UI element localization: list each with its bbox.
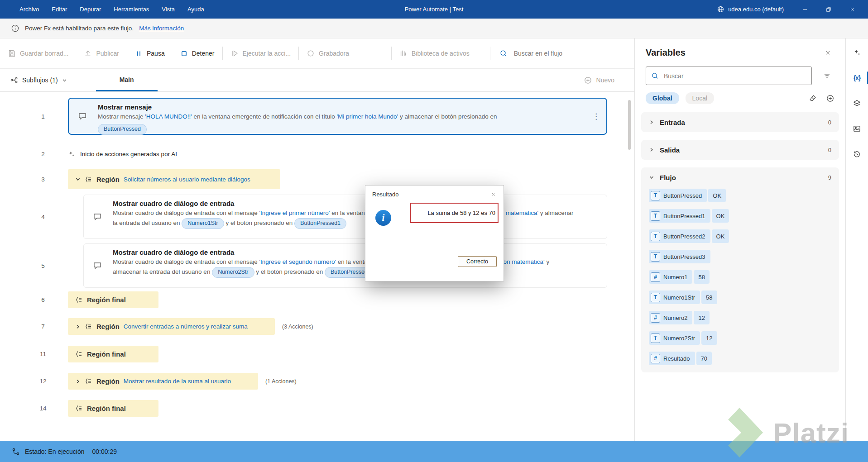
- variable-chip[interactable]: #Numero1: [649, 270, 692, 284]
- tab-main[interactable]: Main: [96, 69, 158, 91]
- region-title-link[interactable]: Convertir entradas a números y realizar …: [124, 323, 248, 330]
- variables-close-button[interactable]: [820, 46, 835, 59]
- pause-button[interactable]: Pausa: [127, 38, 173, 68]
- region-end-label: Región final: [87, 296, 126, 304]
- variable-value[interactable]: 70: [696, 352, 712, 365]
- menu-herramientas[interactable]: Herramientas: [108, 4, 155, 15]
- section-flujo-header[interactable]: Flujo 9: [641, 167, 839, 187]
- variable-value[interactable]: 12: [701, 331, 717, 345]
- section-count: 0: [828, 147, 831, 153]
- variable-pill[interactable]: Numero2Str: [212, 267, 254, 278]
- chevron-right-icon[interactable]: [75, 379, 81, 384]
- variable-name: Numero2Str: [663, 335, 695, 342]
- chevron-right-icon[interactable]: [649, 147, 654, 152]
- tab-local[interactable]: Local: [686, 92, 714, 104]
- variable-chip[interactable]: TButtonPressed1: [649, 209, 710, 223]
- ai-actions-marker[interactable]: Inicio de acciones generadas por AI: [68, 150, 177, 157]
- region-title-link[interactable]: Mostrar resultado de la suma al usuario: [124, 378, 231, 385]
- flow-search-input[interactable]: [513, 49, 613, 57]
- dialog-ok-button[interactable]: Correcto: [458, 256, 497, 267]
- chevron-down-icon[interactable]: [649, 175, 654, 180]
- variable-value[interactable]: OK: [712, 209, 729, 223]
- variable-value[interactable]: 58: [694, 270, 709, 284]
- region-end[interactable]: Región final: [68, 400, 158, 417]
- asset-library-label: Biblioteca de activos: [412, 50, 470, 57]
- row-number: 11: [27, 351, 59, 357]
- variable-value[interactable]: 12: [694, 311, 709, 324]
- action-cuadro-dialogo-1[interactable]: Mostrar cuadro de diálogo de entrada Mos…: [83, 195, 607, 239]
- quoted-value: 'Mi primer hola Mundo': [336, 113, 398, 120]
- region-header[interactable]: Región Convertir entradas a números y re…: [68, 318, 275, 335]
- region-end[interactable]: Región final: [68, 346, 158, 362]
- dialog-close-button[interactable]: [486, 188, 500, 200]
- variable-type-icon: T: [651, 191, 660, 200]
- region-title-link[interactable]: Solicitar números al usuario mediante di…: [124, 176, 250, 183]
- menu-editar[interactable]: Editar: [46, 4, 73, 15]
- chevron-right-icon[interactable]: [75, 324, 81, 329]
- chevron-right-icon[interactable]: [649, 119, 654, 125]
- add-variable-icon[interactable]: [826, 94, 834, 103]
- region-icon: [85, 377, 92, 385]
- run-action-button[interactable]: Ejecutar la acci...: [223, 38, 299, 68]
- variable-chip[interactable]: TButtonPressed2: [649, 229, 710, 243]
- account-button[interactable]: udea.edu.co (default): [717, 5, 784, 13]
- region-label: Región: [96, 176, 120, 183]
- variable-pill[interactable]: ButtonPressed1: [294, 218, 346, 229]
- asset-library-button[interactable]: Biblioteca de activos: [392, 38, 477, 68]
- tab-global[interactable]: Global: [646, 92, 679, 104]
- menu-archivo[interactable]: Archivo: [14, 4, 45, 15]
- eraser-icon[interactable]: [809, 94, 817, 102]
- restore-button[interactable]: [819, 0, 838, 19]
- chevron-down-icon[interactable]: [75, 176, 81, 182]
- variable-chip[interactable]: TNumero1Str: [649, 291, 700, 304]
- close-window-button[interactable]: [843, 0, 862, 19]
- section-salida-header[interactable]: Salida 0: [641, 140, 839, 160]
- copilot-icon[interactable]: [849, 45, 865, 60]
- action-menu-button[interactable]: ⋮: [592, 112, 600, 121]
- section-count: 0: [828, 119, 831, 126]
- dialog-titlebar[interactable]: Resultado: [365, 186, 504, 203]
- variables-rail-icon[interactable]: {x}: [849, 70, 865, 86]
- variable-pill[interactable]: ButtonPressed: [98, 124, 147, 135]
- variable-chip[interactable]: #Resultado: [649, 352, 695, 365]
- variable-chip[interactable]: TNumero2Str: [649, 331, 700, 345]
- region-header[interactable]: Región Solicitar números al usuario medi…: [68, 169, 280, 189]
- region-end[interactable]: Región final: [68, 291, 158, 308]
- filter-icon[interactable]: [819, 68, 834, 84]
- images-icon[interactable]: [849, 121, 865, 136]
- more-info-link[interactable]: Más información: [139, 25, 184, 32]
- ui-elements-icon[interactable]: [849, 95, 865, 111]
- region-header[interactable]: Región Mostrar resultado de la suma al u…: [68, 373, 258, 390]
- variable-type-icon: T: [651, 333, 660, 343]
- new-subflow-label: Nuevo: [596, 76, 614, 84]
- subflows-dropdown[interactable]: Subflujos (1): [0, 76, 77, 84]
- run-action-icon: [230, 49, 239, 57]
- publish-button[interactable]: Publicar: [76, 38, 127, 68]
- variable-pill[interactable]: Numero1Str: [182, 218, 224, 229]
- stop-button[interactable]: Detener: [173, 38, 222, 68]
- variable-chip[interactable]: #Numero2: [649, 311, 692, 324]
- minimize-button[interactable]: [796, 0, 815, 19]
- variable-value[interactable]: 58: [701, 291, 717, 304]
- variable-type-icon: #: [651, 354, 660, 363]
- menu-ayuda[interactable]: Ayuda: [182, 4, 210, 15]
- menu-depurar[interactable]: Depurar: [74, 4, 107, 15]
- save-draft-button[interactable]: Guardar borrad...: [0, 38, 76, 68]
- new-subflow-button[interactable]: Nuevo: [584, 76, 614, 85]
- variables-search-input[interactable]: [663, 72, 806, 80]
- region-end-label: Región final: [87, 350, 126, 358]
- action-cuadro-dialogo-2[interactable]: Mostrar cuadro de diálogo de entrada Mos…: [83, 243, 607, 288]
- variable-name: Numero1Str: [663, 294, 695, 301]
- history-icon[interactable]: [849, 146, 865, 162]
- action-mostrar-mensaje[interactable]: Mostrar mensaje Mostrar mensaje 'HOLA MU…: [68, 98, 607, 135]
- variable-value[interactable]: OK: [712, 229, 729, 243]
- variable-chip[interactable]: TButtonPressed3: [649, 250, 710, 263]
- variable-row: TButtonPressed OK: [649, 188, 831, 203]
- section-entrada-header[interactable]: Entrada 0: [641, 112, 839, 132]
- canvas-scrollbar[interactable]: [628, 100, 631, 150]
- recorder-button[interactable]: Grabadora: [299, 38, 357, 68]
- row-number: 6: [27, 296, 59, 303]
- variable-chip[interactable]: TButtonPressed: [649, 189, 707, 202]
- menu-vista[interactable]: Vista: [156, 4, 181, 15]
- variable-value[interactable]: OK: [708, 189, 726, 202]
